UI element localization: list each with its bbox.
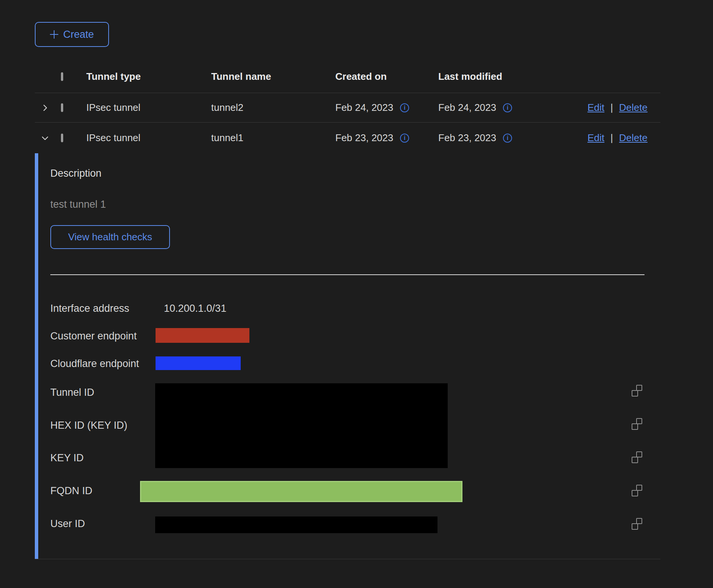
info-icon[interactable]: [400, 134, 409, 143]
copy-fqdn-id-icon[interactable]: [632, 485, 642, 496]
description-value: test tunnel 1: [50, 199, 106, 210]
create-button[interactable]: Create: [35, 22, 109, 47]
table-row: IPsec tunnel tunnel1 Feb 23, 2023 Feb 23…: [35, 123, 660, 153]
cloudflare-endpoint-label: Cloudflare endpoint: [50, 358, 139, 370]
tunnel-detail-panel: Description test tunnel 1 View health ch…: [35, 153, 660, 559]
user-id-value-redacted: [155, 516, 437, 533]
ids-value-redacted: [155, 383, 448, 468]
edit-link[interactable]: Edit: [587, 102, 604, 114]
last-modified-value: Feb 24, 2023: [438, 102, 496, 114]
plus-icon: [50, 30, 58, 39]
expanded-row-indicator-bar: [35, 153, 38, 559]
delete-link[interactable]: Delete: [619, 132, 648, 144]
interface-address-value: 10.200.1.0/31: [164, 303, 226, 314]
chevron-down-icon[interactable]: [41, 134, 49, 142]
tunnel-name-cell: tunnel1: [205, 132, 329, 144]
interface-address-label: Interface address: [50, 303, 129, 314]
info-icon[interactable]: [400, 103, 409, 112]
tunnel-id-label: Tunnel ID: [50, 387, 94, 398]
delete-link[interactable]: Delete: [619, 102, 648, 114]
column-header-tunnel-type: Tunnel type: [80, 71, 205, 82]
fqdn-id-label: FQDN ID: [50, 485, 92, 497]
copy-key-id-icon[interactable]: [632, 451, 642, 463]
select-all-checkbox[interactable]: [61, 72, 63, 81]
column-header-created-on: Created on: [329, 71, 432, 82]
section-divider: [50, 274, 645, 275]
create-button-label: Create: [63, 29, 94, 40]
column-header-last-modified: Last modified: [432, 71, 547, 82]
copy-user-id-icon[interactable]: [632, 518, 642, 530]
column-header-tunnel-name: Tunnel name: [205, 71, 329, 82]
action-separator: |: [610, 102, 613, 114]
copy-tunnel-id-icon[interactable]: [632, 385, 642, 397]
key-id-label: KEY ID: [50, 452, 84, 464]
tunnel-name-cell: tunnel2: [205, 102, 329, 114]
tunnels-table: Tunnel type Tunnel name Created on Last …: [35, 61, 660, 153]
info-icon[interactable]: [503, 103, 512, 112]
copy-hex-id-icon[interactable]: [632, 418, 642, 430]
created-on-value: Feb 23, 2023: [335, 132, 393, 144]
hex-id-label: HEX ID (KEY ID): [50, 420, 128, 431]
table-row: IPsec tunnel tunnel2 Feb 24, 2023 Feb 24…: [35, 93, 660, 123]
tunnel-type-cell: IPsec tunnel: [80, 102, 205, 114]
view-health-checks-button[interactable]: View health checks: [50, 225, 170, 249]
tunnel-type-cell: IPsec tunnel: [80, 132, 205, 144]
customer-endpoint-value-redacted: [156, 328, 249, 343]
customer-endpoint-label: Customer endpoint: [50, 330, 137, 342]
info-icon[interactable]: [503, 134, 512, 143]
edit-link[interactable]: Edit: [587, 132, 604, 144]
table-header-row: Tunnel type Tunnel name Created on Last …: [35, 61, 660, 93]
chevron-right-icon[interactable]: [41, 104, 49, 112]
fqdn-id-value-redacted: [140, 481, 462, 502]
row-checkbox[interactable]: [61, 103, 63, 112]
description-label: Description: [50, 168, 101, 179]
action-separator: |: [610, 132, 613, 144]
row-checkbox[interactable]: [61, 134, 63, 142]
cloudflare-endpoint-value-redacted: [156, 356, 241, 370]
created-on-value: Feb 24, 2023: [335, 102, 393, 114]
last-modified-value: Feb 23, 2023: [438, 132, 496, 144]
user-id-label: User ID: [50, 518, 85, 530]
tunnels-page: Create Tunnel type Tunnel name Created o…: [0, 0, 713, 588]
